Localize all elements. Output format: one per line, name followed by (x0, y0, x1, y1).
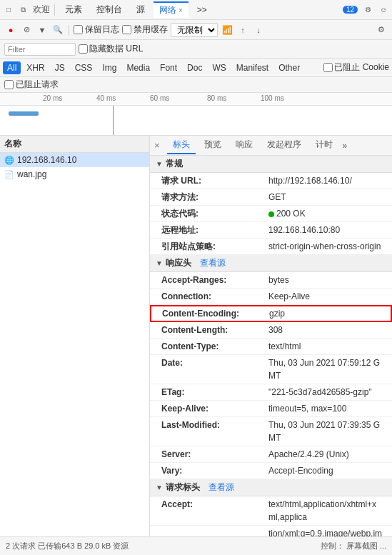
notification-badge[interactable]: 12 (343, 6, 358, 14)
section-response-headers[interactable]: ▼ 响应头 查看源 (150, 255, 392, 272)
topbar-right: 12 ⚙ ☺ (343, 4, 389, 16)
detail-close-button[interactable]: × (154, 140, 160, 151)
key-accept: Accept: (161, 498, 268, 511)
hide-data-url-input[interactable] (79, 44, 88, 54)
file-name-1: wan.jpg (17, 169, 46, 179)
section-general[interactable]: ▼ 常规 (150, 156, 392, 173)
ruler-40ms: 40 ms (96, 94, 116, 102)
upload-icon: ↑ (236, 24, 249, 36)
timeline-ruler: 20 ms 40 ms 60 ms 80 ms 100 ms (0, 93, 392, 106)
row-remote-address: 远程地址: 192.168.146.10:80 (150, 222, 392, 239)
file-icon-1: 📄 (4, 170, 14, 179)
type-tab-css[interactable]: CSS (71, 61, 97, 74)
detail-tab-response[interactable]: 响应 (230, 136, 258, 154)
search-button[interactable]: 🔍 (51, 24, 64, 36)
key-remote-address: 远程地址: (161, 224, 268, 236)
ruler-20ms: 20 ms (43, 94, 62, 102)
request-headers-view-source[interactable]: 查看源 (208, 481, 234, 494)
tab-elements[interactable]: 元素 (59, 2, 88, 17)
throttle-select[interactable]: 无限制 (171, 23, 218, 37)
filter-button[interactable]: ▼ (36, 24, 49, 36)
row-request-method: 请求方法: GET (150, 189, 392, 206)
profile-icon[interactable]: ☺ (378, 4, 389, 16)
type-tab-all[interactable]: All (3, 61, 21, 74)
response-headers-arrow-icon: ▼ (156, 259, 163, 267)
detail-tabs: × 标头 预览 响应 发起程序 计时 » (150, 136, 392, 156)
row-referrer-policy: 引用站点策略: strict-origin-when-cross-origin (150, 239, 392, 255)
type-tab-other[interactable]: Other (274, 61, 304, 74)
top-bar: □ ⧉ 欢迎 元素 控制台 源 网络× >> 12 ⚙ ☺ (0, 0, 392, 20)
tab-network[interactable]: 网络× (154, 1, 189, 18)
section-request-headers[interactable]: ▼ 请求标头 查看源 (150, 479, 392, 496)
val-status-code: 200 OK (268, 207, 306, 220)
ruler-60ms: 60 ms (150, 94, 169, 102)
val-etag: "221-5c3d7ad426585-gzip" (268, 386, 372, 399)
detail-more-button[interactable]: » (343, 141, 348, 151)
row-connection: Connection: Keep-Alive (150, 289, 392, 305)
tab-more[interactable]: >> (191, 4, 213, 16)
detail-tab-timing[interactable]: 计时 (310, 136, 338, 154)
file-item-0[interactable]: 🌐 192.168.146.10 (0, 153, 149, 167)
tab-sources[interactable]: 源 (131, 2, 151, 17)
hide-data-url-checkbox[interactable]: 隐藏数据 URL (79, 43, 143, 55)
disable-cache-input[interactable] (122, 25, 131, 34)
key-server: Server: (161, 448, 268, 461)
blocked-cookies-label: 已阻止 Cookie (323, 61, 389, 74)
network-toolbar: ● ⊘ ▼ 🔍 保留日志 禁用缓存 无限制 📶 ↑ ↓ ⚙ (0, 20, 392, 40)
file-list-header: 名称 (0, 136, 149, 153)
detail-tab-headers[interactable]: 标头 (167, 136, 196, 154)
key-last-modified: Last-Modified: (161, 419, 268, 431)
row-server: Server: Apache/2.4.29 (Unix) (150, 446, 392, 463)
type-tab-js[interactable]: JS (51, 61, 69, 74)
tab-console[interactable]: 控制台 (91, 2, 128, 17)
row-date: Date: Thu, 03 Jun 2021 07:59:12 GMT (150, 355, 392, 384)
val-accept-cont1: tion/xml;q=0.9,image/webp,image/apng,*/*… (268, 527, 383, 536)
filter-bar: 隐藏数据 URL (0, 40, 392, 59)
tab-close-icon[interactable]: × (179, 6, 183, 14)
general-arrow-icon: ▼ (156, 160, 163, 168)
row-status-code: 状态代码: 200 OK (150, 206, 392, 222)
response-headers-view-source[interactable]: 查看源 (200, 257, 226, 269)
type-tab-media[interactable]: Media (122, 61, 154, 74)
disable-cache-checkbox[interactable]: 禁用缓存 (122, 24, 168, 36)
val-accept-ranges: bytes (268, 274, 289, 286)
preserve-log-input[interactable] (74, 25, 83, 34)
detail-tab-preview[interactable]: 预览 (198, 136, 227, 154)
settings-icon[interactable]: ⚙ (362, 4, 373, 16)
type-tab-doc[interactable]: Doc (183, 61, 206, 74)
type-tab-manifest[interactable]: Manifest (232, 61, 273, 74)
filter-input[interactable] (4, 43, 76, 56)
blocked-requests-checkbox[interactable] (4, 80, 14, 89)
type-tab-font[interactable]: Font (156, 61, 181, 74)
devtools-square-icon[interactable]: □ (3, 4, 14, 16)
key-content-type: Content-Type: (161, 340, 268, 353)
val-server: Apache/2.4.29 (Unix) (268, 448, 349, 461)
type-tab-xhr[interactable]: XHR (22, 61, 49, 74)
key-date: Date: (161, 356, 268, 369)
file-item-1[interactable]: 📄 wan.jpg (0, 167, 149, 181)
ruler-100ms: 100 ms (261, 94, 284, 102)
toolbar-settings-icon[interactable]: ⚙ (375, 24, 388, 36)
welcome-label: 欢迎 (33, 4, 50, 16)
type-tab-img[interactable]: Img (98, 61, 121, 74)
timeline-cursor (113, 106, 114, 136)
blocked-cookies-checkbox[interactable] (323, 63, 333, 72)
response-headers-label: 响应头 (166, 257, 191, 269)
row-etag: ETag: "221-5c3d7ad426585-gzip" (150, 384, 392, 401)
general-header-label: 常规 (166, 158, 183, 170)
row-content-length: Content-Length: 308 (150, 322, 392, 339)
key-etag: ETag: (161, 386, 268, 399)
status-bar: 2 次请求 已传输643 B 29.0 kB 资源 控制： 屏幕截图 ... (0, 536, 392, 555)
type-tabs: All XHR JS CSS Img Media Font Doc WS Man… (0, 59, 392, 77)
key-request-method: 请求方法: (161, 191, 268, 204)
type-tab-ws[interactable]: WS (208, 61, 230, 74)
detail-panel: × 标头 预览 响应 发起程序 计时 » ▼ 常规 请求 URL: http:/… (150, 136, 392, 536)
detail-tab-initiator[interactable]: 发起程序 (261, 136, 307, 154)
blocked-requests-label[interactable]: 已阻止请求 (4, 79, 59, 91)
val-date: Thu, 03 Jun 2021 07:59:12 GMT (268, 356, 383, 382)
block-button[interactable]: ⊘ (20, 24, 33, 36)
preserve-log-checkbox[interactable]: 保留日志 (74, 24, 119, 36)
devtools-copy-icon[interactable]: ⧉ (17, 4, 29, 16)
record-button[interactable]: ● (4, 24, 17, 36)
key-connection: Connection: (161, 290, 268, 303)
